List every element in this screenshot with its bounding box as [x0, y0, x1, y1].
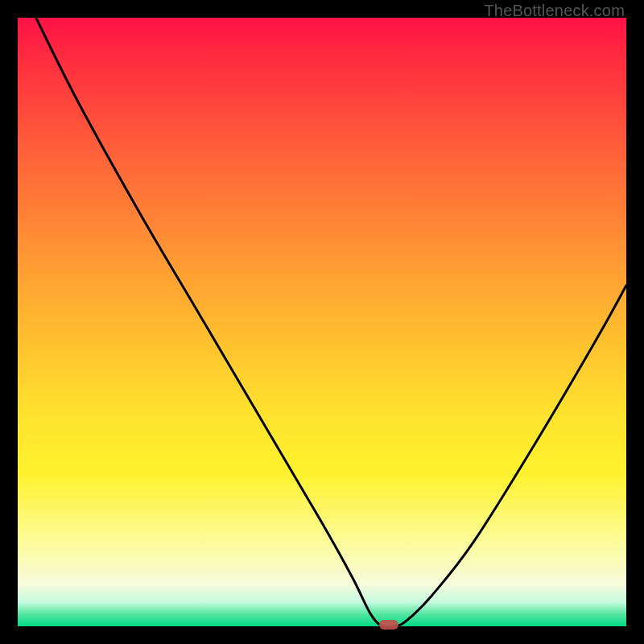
chart-frame: TheBottleneck.com [0, 0, 644, 644]
curve-path [36, 18, 626, 628]
bottleneck-curve [18, 18, 626, 626]
optimum-marker [379, 620, 398, 630]
